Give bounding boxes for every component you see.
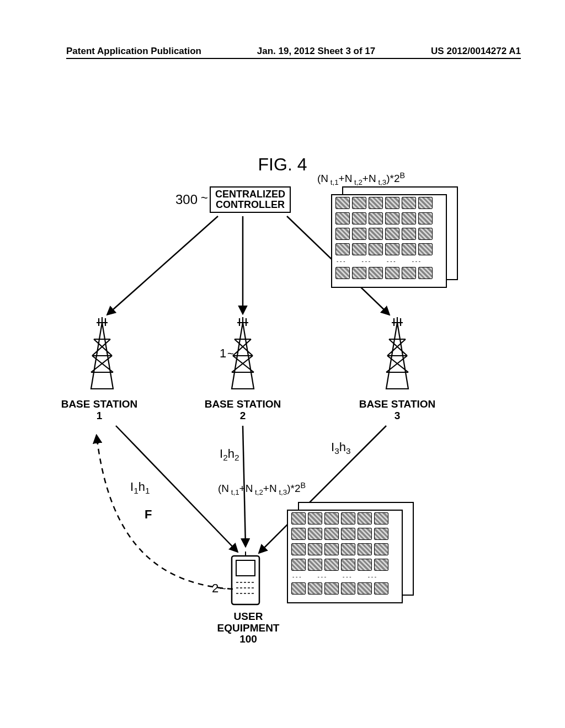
bs3-label: BASE STATION 3 xyxy=(353,399,441,421)
page-header: Patent Application Publication Jan. 19, … xyxy=(66,46,521,59)
codebook-bottom-front: - - -- - -- - -- - - xyxy=(287,510,403,603)
lead-tilde-1: ~ xyxy=(227,347,234,360)
header-left: Patent Application Publication xyxy=(66,46,201,56)
lead-tilde-2: ~ xyxy=(220,582,226,595)
ref-2: 2 xyxy=(212,581,218,596)
header-right: US 2012/0014272 A1 xyxy=(431,46,521,56)
bs1-label: BASE STATION 1 xyxy=(55,399,143,421)
svg-line-6 xyxy=(108,216,218,314)
ue-label: USER EQUIPMENT 100 xyxy=(210,611,287,645)
channel-3: I3h3 xyxy=(331,440,351,456)
bs2-label: BASE STATION 2 xyxy=(199,399,287,421)
ref-300: 300 xyxy=(175,192,198,207)
channel-2: I2h2 xyxy=(220,447,239,463)
controller-line1: CENTRALIZED xyxy=(215,189,285,200)
codebook-top-front: - - -- - -- - -- - - xyxy=(331,194,447,288)
codebook-dim-bottom: (N t,1+N t,2+N t,3)*2B xyxy=(218,481,306,496)
figure-title: FIG. 4 xyxy=(0,154,565,175)
controller-line2: CONTROLLER xyxy=(215,200,285,210)
tower-1-icon xyxy=(80,317,124,394)
tower-3-icon xyxy=(375,317,419,394)
lead-line-tilde-300: ~ xyxy=(201,191,208,205)
svg-rect-1 xyxy=(236,560,255,576)
ref-1: 1 xyxy=(220,346,226,361)
channel-1: I1h1 xyxy=(130,480,150,496)
header-mid: Jan. 19, 2012 Sheet 3 of 17 xyxy=(257,46,376,56)
centralized-controller-box: CENTRALIZED CONTROLLER xyxy=(210,186,291,213)
codebook-dim-top: (N t,1+N t,2+N t,3)*2B xyxy=(317,171,405,186)
feedback-label: F xyxy=(145,507,152,522)
user-equipment-icon xyxy=(230,552,262,607)
